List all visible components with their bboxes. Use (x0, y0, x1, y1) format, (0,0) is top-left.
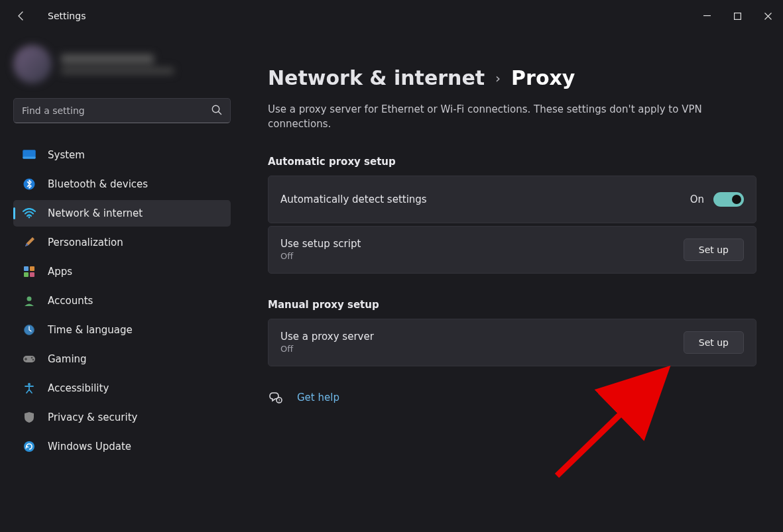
bluetooth-icon (23, 178, 36, 191)
sidebar-item-label: Bluetooth & devices (48, 178, 148, 190)
accessibility-icon (23, 382, 36, 395)
sidebar: System Bluetooth & devices Network & int… (0, 32, 239, 532)
toggle-state-label: On (690, 193, 704, 205)
sidebar-item-accounts[interactable]: Accounts (13, 288, 231, 314)
auto-detect-toggle[interactable] (713, 192, 744, 207)
sidebar-item-label: System (48, 149, 85, 161)
proxy-server-setup-button[interactable]: Set up (684, 331, 744, 354)
apps-icon (23, 265, 36, 278)
card-auto-detect: Automatically detect settings On (268, 176, 756, 223)
help-icon: ? (268, 390, 282, 405)
svg-rect-10 (24, 272, 29, 277)
help-row: ? Get help (268, 390, 756, 405)
proxy-server-state: Off (280, 344, 374, 354)
svg-rect-11 (30, 272, 34, 277)
paintbrush-icon (23, 236, 36, 249)
sidebar-item-bluetooth[interactable]: Bluetooth & devices (13, 171, 231, 197)
window-controls (692, 3, 783, 29)
minimize-button[interactable] (692, 3, 722, 29)
setup-script-state: Off (280, 251, 361, 261)
svg-rect-5 (23, 157, 36, 159)
sidebar-item-time[interactable]: Time & language (13, 317, 231, 343)
breadcrumb-current: Proxy (511, 66, 575, 89)
settings-window: Settings (0, 0, 783, 532)
svg-point-18 (24, 441, 34, 452)
sidebar-item-label: Accounts (48, 295, 93, 307)
account-block[interactable] (13, 45, 231, 83)
sidebar-item-label: Time & language (48, 324, 133, 336)
svg-point-17 (28, 383, 30, 386)
breadcrumb: Network & internet › Proxy (268, 66, 756, 89)
avatar (13, 45, 52, 83)
card-proxy-server: Use a proxy server Off Set up (268, 319, 756, 366)
sidebar-item-label: Accessibility (48, 382, 109, 394)
wifi-icon (23, 207, 36, 220)
svg-rect-8 (24, 266, 29, 271)
section-title-auto: Automatic proxy setup (268, 156, 756, 168)
page-description: Use a proxy server for Ethernet or Wi-Fi… (268, 103, 745, 132)
account-email (61, 68, 174, 74)
svg-text:?: ? (278, 398, 280, 403)
clock-icon (23, 323, 36, 337)
system-icon (23, 148, 36, 162)
update-icon (23, 440, 36, 453)
sidebar-item-label: Privacy & security (48, 411, 137, 423)
close-button[interactable] (753, 3, 783, 29)
sidebar-item-update[interactable]: Windows Update (13, 433, 231, 460)
section-title-manual: Manual proxy setup (268, 299, 756, 311)
back-button[interactable] (12, 7, 30, 25)
accounts-icon (23, 294, 36, 307)
titlebar: Settings (0, 0, 783, 32)
get-help-link[interactable]: Get help (297, 392, 339, 403)
svg-point-12 (27, 297, 32, 301)
sidebar-item-label: Gaming (48, 353, 87, 365)
breadcrumb-parent[interactable]: Network & internet (268, 66, 485, 89)
maximize-button[interactable] (722, 3, 753, 29)
svg-rect-9 (30, 266, 34, 271)
sidebar-item-accessibility[interactable]: Accessibility (13, 375, 231, 401)
sidebar-item-gaming[interactable]: Gaming (13, 346, 231, 372)
svg-line-3 (219, 112, 221, 115)
auto-detect-label: Automatically detect settings (280, 193, 427, 205)
svg-point-7 (29, 217, 30, 219)
app-title: Settings (48, 11, 86, 21)
svg-line-21 (557, 370, 666, 476)
search-input[interactable] (13, 98, 231, 123)
sidebar-item-personalization[interactable]: Personalization (13, 229, 231, 256)
svg-rect-1 (734, 13, 741, 19)
search-icon (211, 104, 223, 119)
gaming-icon (23, 352, 36, 366)
card-setup-script: Use setup script Off Set up (268, 226, 756, 274)
chevron-right-icon: › (495, 70, 501, 86)
sidebar-item-label: Apps (48, 266, 72, 278)
setup-script-label: Use setup script (280, 238, 361, 250)
annotation-arrow (544, 350, 690, 482)
setup-script-button[interactable]: Set up (684, 239, 744, 261)
sidebar-item-privacy[interactable]: Privacy & security (13, 404, 231, 431)
sidebar-item-apps[interactable]: Apps (13, 258, 231, 285)
sidebar-item-label: Windows Update (48, 441, 131, 452)
svg-point-15 (31, 357, 33, 359)
nav-list: System Bluetooth & devices Network & int… (13, 142, 231, 460)
proxy-server-label: Use a proxy server (280, 331, 374, 343)
sidebar-item-system[interactable]: System (13, 142, 231, 168)
shield-icon (23, 411, 36, 424)
sidebar-item-label: Personalization (48, 237, 123, 248)
svg-rect-0 (703, 15, 711, 16)
main-content: Network & internet › Proxy Use a proxy s… (239, 32, 783, 532)
sidebar-item-label: Network & internet (48, 207, 143, 219)
account-name (61, 54, 154, 64)
search-box (13, 98, 231, 123)
svg-point-16 (32, 359, 34, 361)
sidebar-item-network[interactable]: Network & internet (13, 200, 231, 227)
